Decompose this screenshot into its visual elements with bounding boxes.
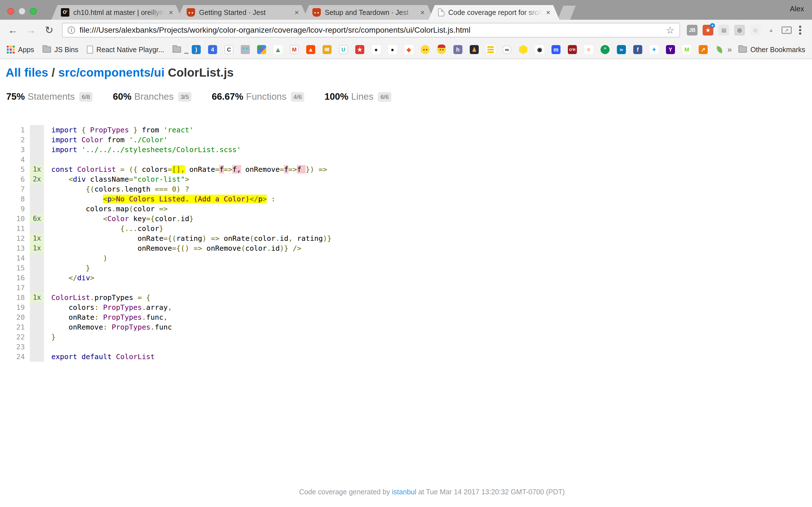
tab-title: Getting Started · Jest [199,8,292,17]
bookmark-item-3[interactable]: React Native Playgr... [87,46,164,54]
tab-close-icon[interactable]: × [546,8,551,17]
code-text: onRemove={() => onRemove(color.id)} /> [44,243,301,253]
badge: + [710,23,715,28]
other-bookmarks-folder[interactable]: Other Bookmarks [739,46,805,54]
yahoo-favicon[interactable]: Y [666,45,675,54]
wunderlist-extension[interactable]: ★+ [703,25,713,36]
code-line: 23 [8,342,806,352]
github-2-favicon[interactable]: ● [388,45,397,54]
forward-icon[interactable]: → [24,23,38,38]
wunderlist-favicon[interactable]: ★ [355,45,364,54]
strava-favicon[interactable]: ▲ [306,45,315,54]
line-number: 2 [8,135,30,145]
tab-title: Code coverage report for src/c [448,8,544,17]
tab-close-icon[interactable]: × [294,8,299,17]
breadcrumb-all-files-link[interactable]: All files [6,66,48,79]
bookmarks-overflow-icon[interactable]: » [727,45,732,54]
close-window-icon[interactable] [7,8,14,15]
google-drive-extension[interactable]: ▲ [766,25,776,36]
reload-icon[interactable]: ↻ [42,23,56,38]
line-number: 7 [8,184,30,194]
code-line: 20 onRate: PropTypes.func, [8,313,806,322]
google-calendar-favicon[interactable]: 4 [208,45,217,54]
browser-profile-label: Alex [790,4,804,13]
vinyl-favicon[interactable]: ◉ [535,45,544,54]
tab-1[interactable]: O'ch10.html at master | oreillyme× [51,5,182,20]
tab-3[interactable]: Setup and Teardown · Jest× [303,5,434,20]
bookmark-item-2[interactable]: JS Bins [43,46,79,54]
tab-2[interactable]: Getting Started · Jest× [177,5,308,20]
twitter-favicon[interactable]: ✦ [650,45,659,54]
mail-gold-favicon[interactable]: ✉ [322,45,332,54]
u-teal-favicon[interactable]: U [339,45,348,54]
leaf-favicon[interactable] [715,45,724,54]
traffic-lights [7,8,37,15]
facebook-favicon[interactable]: f [633,45,642,54]
address-bar[interactable]: i file:///Users/alexbanks/Projects/worki… [62,23,680,38]
bookmark-star-icon[interactable]: ☆ [666,24,674,36]
medium-favicon[interactable]: m [552,45,560,54]
execution-count: 1x [30,233,44,243]
url-text[interactable]: file:///Users/alexbanks/Projects/working… [80,25,661,35]
line-number: 6 [8,174,30,184]
back-icon[interactable]: ← [6,23,20,38]
line-number: 18 [8,293,30,302]
apps-grid-icon [7,46,15,54]
code-line: 21 onRemove: PropTypes.func [8,322,806,332]
stat-percentage: 75% [6,91,25,102]
google-maps-favicon[interactable]: ▾ [257,45,266,54]
c-letter-favicon[interactable]: C [224,45,234,54]
emoji-builder-favicon[interactable] [421,45,430,54]
safari-books-favicon[interactable]: ) [192,45,201,54]
jsbin-hexagon-favicon[interactable] [519,45,528,54]
hangouts-favicon[interactable]: ” [601,45,610,54]
google-drive-favicon[interactable]: ▲ [273,45,283,54]
line-number: 11 [8,224,30,233]
database-yellow-favicon[interactable] [486,45,495,54]
line-number: 8 [8,194,30,204]
tab-close-icon[interactable]: × [420,8,425,17]
react-devtools-inactive-extension[interactable]: ◎ [750,25,761,36]
code-line: 7 {(colors.length === 0) ? [8,184,806,194]
stat-fraction-badge: 6/8 [79,92,93,102]
breadcrumb-folder-link[interactable]: src/components/ui [58,66,165,79]
diamond-orange-favicon[interactable]: ◆ [404,45,413,54]
zoom-window-icon[interactable] [30,8,37,15]
new-tab-button[interactable] [558,6,576,20]
screen-share-extension[interactable]: ↗ [781,26,792,34]
astronaut-dark-favicon[interactable]: ♟ [470,45,479,54]
linkedin-favicon[interactable]: in [617,45,626,54]
code-text: onRemove: PropTypes.func [44,322,172,332]
analytics-favicon[interactable]: ↗ [699,45,708,54]
emoji-red-hat-favicon[interactable] [437,45,446,54]
tab-4[interactable]: Code coverage report for src/c× [428,5,559,20]
outline-doc-extension[interactable]: ▤ [718,25,729,36]
oreilly-red-favicon[interactable]: O'R [568,45,577,54]
bookmark-item-1[interactable]: Apps [7,46,34,54]
execution-count: 1x [30,243,44,253]
stackoverflow-favicon[interactable]: ≡ [584,45,593,54]
bookmark-item-4[interactable]: _ [172,46,188,54]
robot-favicon[interactable] [241,45,250,54]
bookmark-label: React Native Playgr... [96,46,164,54]
gmail-favicon[interactable]: M [290,45,299,54]
github-favicon[interactable]: ● [371,45,380,54]
react-devtools-extension[interactable]: ◎ [734,25,745,36]
page-info-icon[interactable]: i [68,26,75,34]
browser-menu-icon[interactable] [799,29,801,31]
heroku-favicon[interactable]: h [453,45,462,54]
jetbrains-extension[interactable]: JB [687,25,698,36]
oreilly-favicon: O' [61,8,69,17]
minimize-window-icon[interactable] [18,8,26,15]
code-line: 106x <Color key={color.id} [8,214,806,224]
code-text [44,155,56,165]
tab-close-icon[interactable]: × [168,8,174,17]
code-line: 3import '../../../stylesheets/ColorList.… [8,145,806,155]
bookmark-label: Apps [18,46,34,54]
m-green-favicon[interactable]: M [682,45,691,54]
istanbul-link[interactable]: istanbul [392,488,416,496]
tab-title: ch10.html at master | oreillyme [73,8,167,17]
egg-glasses-favicon[interactable]: ∞ [502,45,511,54]
code-line: 16 </div> [8,273,806,283]
coverage-stat-functions: 66.67%Functions4/6 [212,91,304,102]
